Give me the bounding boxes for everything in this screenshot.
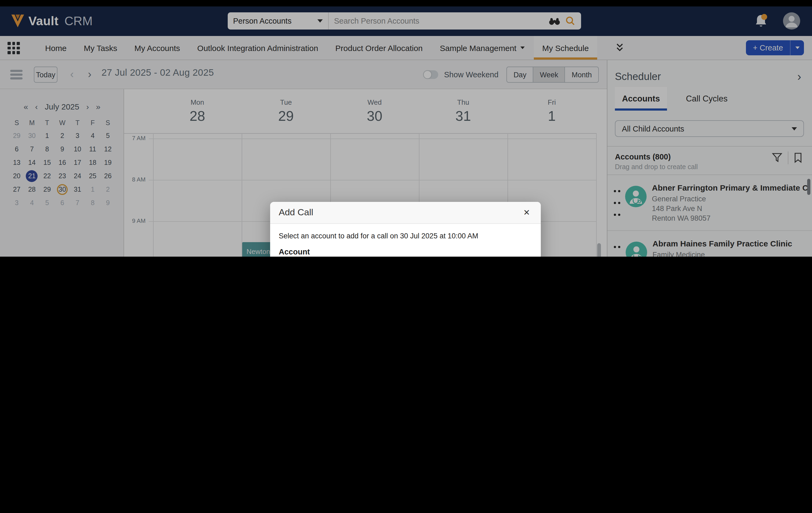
account-field-label: Account <box>279 247 532 256</box>
dialog-header: Add Call ✕ <box>270 202 541 224</box>
dialog-title: Add Call <box>279 207 521 218</box>
add-call-dialog: Add Call ✕ Select an account to add for … <box>270 202 541 256</box>
close-icon[interactable]: ✕ <box>521 207 532 218</box>
dialog-message: Select an account to add for a call on 3… <box>279 232 532 240</box>
vault-crm-app: VaultCRM Person Accounts <box>0 0 812 256</box>
